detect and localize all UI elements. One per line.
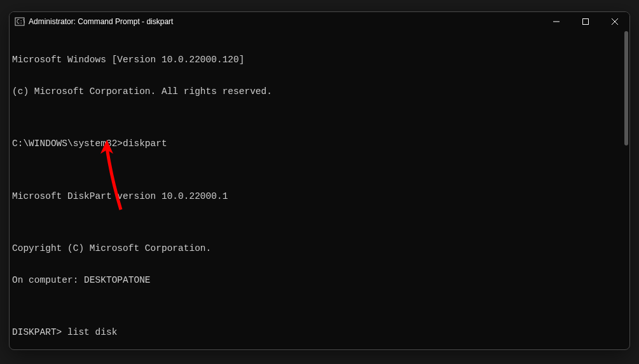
terminal-output[interactable]: Microsoft Windows [Version 10.0.22000.12… bbox=[10, 31, 629, 349]
terminal-line: Microsoft Windows [Version 10.0.22000.12… bbox=[12, 55, 627, 65]
terminal-line: (c) Microsoft Corporation. All rights re… bbox=[12, 86, 627, 97]
titlebar[interactable]: C:\ Administrator: Command Prompt - disk… bbox=[10, 12, 629, 31]
terminal-line: On computer: DESKTOPATONE bbox=[12, 275, 627, 286]
maximize-button[interactable] bbox=[571, 12, 600, 31]
minimize-button[interactable] bbox=[542, 12, 571, 31]
terminal-line: DISKPART> list disk bbox=[12, 327, 627, 338]
command-prompt-window: C:\ Administrator: Command Prompt - disk… bbox=[9, 11, 630, 350]
terminal-line: C:\WINDOWS\system32>diskpart bbox=[12, 138, 627, 149]
cmd-icon: C:\ bbox=[15, 17, 25, 27]
svg-text:C:\: C:\ bbox=[17, 19, 25, 25]
terminal-line: Copyright (C) Microsoft Corporation. bbox=[12, 243, 627, 254]
svg-rect-3 bbox=[583, 19, 589, 25]
window-title: Administrator: Command Prompt - diskpart bbox=[29, 17, 542, 26]
terminal-line: Microsoft DiskPart version 10.0.22000.1 bbox=[12, 191, 627, 202]
scrollbar-thumb[interactable] bbox=[624, 31, 628, 145]
window-controls bbox=[542, 12, 629, 31]
close-button[interactable] bbox=[600, 12, 629, 31]
